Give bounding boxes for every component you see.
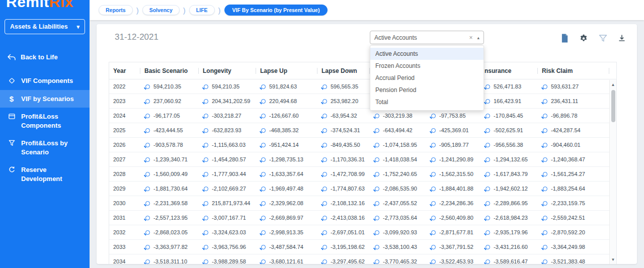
sidebar-item-vif-components[interactable]: VIF Components — [0, 72, 90, 90]
value-cell[interactable]: 237,060.92 — [140, 98, 199, 104]
value-cell[interactable]: -2,870,592.20 — [538, 229, 609, 235]
scroll-down-icon[interactable]: ▼ — [610, 256, 616, 263]
value-cell[interactable]: -3,988,289.58 — [199, 258, 256, 264]
caret-up-icon[interactable]: ▴ — [477, 35, 479, 40]
value-cell[interactable]: -2,773,035.64 — [370, 215, 426, 221]
breadcrumb-item[interactable]: VIF By Scenario (by Present Value) — [224, 5, 328, 16]
value-cell[interactable]: 253,982.20 — [317, 98, 370, 104]
value-cell[interactable]: -2,559,242.51 — [538, 215, 609, 221]
value-cell[interactable]: -904,460.01 — [538, 142, 609, 148]
value-cell[interactable]: -2,437,055.52 — [370, 200, 426, 206]
account-option[interactable]: Frozen Accounts — [370, 60, 484, 72]
value-cell[interactable]: -2,233,159.75 — [538, 200, 609, 206]
value-cell[interactable]: -3,364,249.98 — [538, 244, 609, 250]
value-cell[interactable]: 593,631.27 — [538, 83, 609, 90]
value-cell[interactable]: -956,556.38 — [480, 142, 538, 148]
value-cell[interactable]: -374,524.31 — [317, 127, 370, 133]
value-cell[interactable]: -3,487,584.74 — [256, 244, 317, 250]
value-cell[interactable]: -2,231,369.58 — [140, 200, 199, 206]
value-cell[interactable]: -903,578.78 — [140, 142, 199, 148]
value-cell[interactable]: -1,942,602.12 — [480, 186, 538, 192]
account-option[interactable]: Active Accounts — [370, 48, 484, 60]
column-header[interactable]: Lapse Up — [256, 62, 317, 79]
value-cell[interactable]: -468,385.32 — [256, 127, 317, 133]
value-cell[interactable]: 166,423.91 — [480, 98, 538, 104]
value-cell[interactable]: -2,557,123.95 — [140, 215, 199, 221]
value-cell[interactable]: -1,561,254.27 — [538, 171, 609, 177]
value-cell[interactable]: -643,494.42 — [370, 127, 426, 133]
value-cell[interactable]: -1,418,038.54 — [370, 156, 426, 162]
sidebar-item-profitloss-by-scenario[interactable]: Profit&Loss by Scenario — [0, 134, 90, 161]
account-option[interactable]: Accrual Period — [370, 72, 484, 84]
value-cell[interactable]: -2,234,286.36 — [426, 200, 480, 206]
value-cell[interactable]: -1,774,807.63 — [317, 186, 370, 192]
value-cell[interactable]: -3,363,977.82 — [140, 244, 199, 250]
value-cell[interactable]: -2,086,535.90 — [370, 186, 426, 192]
value-cell[interactable]: -1,562,315.50 — [426, 171, 480, 177]
value-cell[interactable]: -2,998,913.35 — [256, 229, 317, 235]
value-cell[interactable]: -1,294,132.65 — [480, 156, 538, 162]
value-cell[interactable]: -2,560,409.80 — [426, 215, 480, 221]
value-cell[interactable]: -1,633,357.64 — [256, 171, 317, 177]
module-select[interactable]: Assets & Liabilities ▾ — [5, 19, 85, 34]
value-cell[interactable]: -96,177.05 — [140, 113, 199, 119]
value-cell[interactable]: -2,868,023.05 — [140, 229, 199, 235]
value-cell[interactable]: -3,589,616.47 — [480, 258, 538, 264]
value-cell[interactable]: 591,824.63 — [256, 83, 317, 90]
value-cell[interactable]: 204,341,202.59 — [199, 98, 256, 104]
value-cell[interactable]: -425,369.01 — [426, 127, 480, 133]
value-cell[interactable]: 215,871,973.44 — [199, 200, 256, 206]
value-cell[interactable]: -1,170,336.31 — [317, 156, 370, 162]
value-cell[interactable]: -97,753.85 — [426, 113, 480, 119]
column-header[interactable]: Basic Scenario — [140, 62, 199, 79]
back-to-life-button[interactable]: Back to Life — [0, 49, 90, 65]
value-cell[interactable]: -3,195,198.62 — [317, 244, 370, 250]
value-cell[interactable]: 594,210.35 — [199, 83, 256, 90]
value-cell[interactable]: -1,454,280.57 — [199, 156, 256, 162]
value-cell[interactable]: -2,669,869.97 — [256, 215, 317, 221]
value-cell[interactable]: -3,522,453.93 — [426, 258, 480, 264]
column-header[interactable]: nsurance — [480, 62, 538, 79]
value-cell[interactable]: -63,954.32 — [317, 113, 370, 119]
account-option[interactable]: Total — [370, 96, 484, 108]
value-cell[interactable]: -303,219.38 — [370, 113, 426, 119]
breadcrumb-item[interactable]: LIFE — [189, 5, 215, 15]
value-cell[interactable]: -3,099,920.93 — [370, 229, 426, 235]
sidebar-item-profitloss-components[interactable]: Profit&Loss Components — [0, 108, 90, 134]
value-cell[interactable]: -2,108,132.16 — [317, 200, 370, 206]
scrollbar-thumb[interactable] — [611, 90, 615, 122]
value-cell[interactable]: -303,218.27 — [199, 113, 256, 119]
value-cell[interactable]: -1,241,290.89 — [426, 156, 480, 162]
value-cell[interactable]: 526,471.83 — [480, 83, 538, 90]
value-cell[interactable]: 220,494.68 — [256, 98, 317, 104]
value-cell[interactable]: -170,845.45 — [480, 113, 538, 119]
gear-button[interactable] — [578, 32, 590, 44]
accounts-select[interactable]: Active Accounts × ▴ — [370, 31, 484, 44]
value-cell[interactable]: -3,538,100.43 — [370, 244, 426, 250]
value-cell[interactable]: -3,770,465.32 — [370, 258, 426, 264]
sidebar-item-vif-by-scenarios[interactable]: $VIF by Scenarios — [0, 90, 90, 108]
value-cell[interactable]: -849,435.50 — [317, 142, 370, 148]
value-cell[interactable]: -1,617,843.79 — [480, 171, 538, 177]
value-cell[interactable]: 596,565.35 — [317, 83, 370, 90]
value-cell[interactable]: -1,884,401.88 — [426, 186, 480, 192]
value-cell[interactable]: -2,289,866.95 — [480, 200, 538, 206]
value-cell[interactable]: -3,680,121.61 — [256, 258, 317, 264]
value-cell[interactable]: -3,324,623.03 — [199, 229, 256, 235]
scroll-up-icon[interactable]: ▲ — [610, 81, 616, 88]
value-cell[interactable]: -424,287.54 — [538, 127, 609, 133]
filter-button[interactable] — [597, 32, 609, 44]
value-cell[interactable]: -2,618,984.23 — [480, 215, 538, 221]
value-cell[interactable]: -1,752,240.65 — [370, 171, 426, 177]
column-header[interactable]: Year — [109, 62, 140, 79]
value-cell[interactable]: -2,329,962.08 — [256, 200, 317, 206]
value-cell[interactable]: -423,444.55 — [140, 127, 199, 133]
file-button[interactable] — [558, 32, 571, 44]
value-cell[interactable]: -1,240,368.47 — [538, 156, 609, 162]
value-cell[interactable]: -3,367,791.52 — [426, 244, 480, 250]
value-cell[interactable]: -3,297,495.62 — [317, 258, 370, 264]
account-option[interactable]: Pension Period — [370, 84, 484, 96]
download-button[interactable] — [616, 32, 628, 44]
value-cell[interactable]: -1,074,158.95 — [370, 142, 426, 148]
value-cell[interactable]: -2,102,669.27 — [199, 186, 256, 192]
